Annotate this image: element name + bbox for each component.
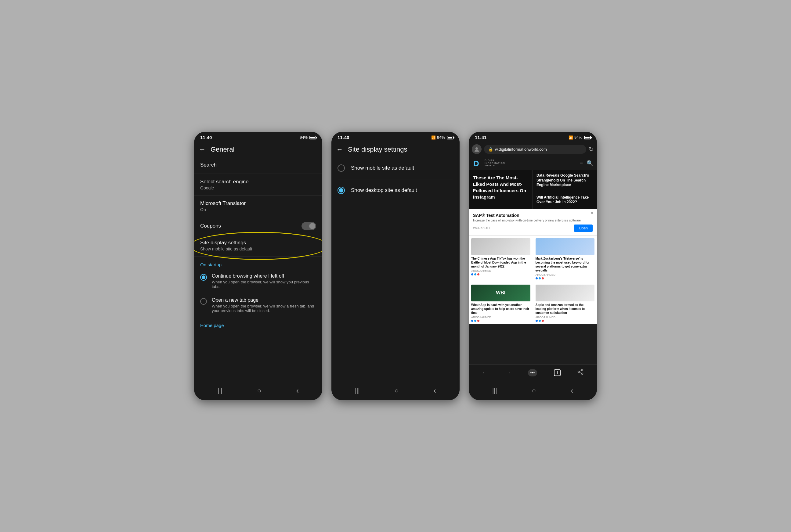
news-thumb-img-1 xyxy=(471,238,530,255)
settings-item-site-display[interactable]: Site display settings Show mobile site a… xyxy=(194,235,322,256)
ad-title: SAP® Test Automation xyxy=(473,213,592,218)
radio-mobile-site[interactable]: Show mobile site as default xyxy=(332,157,459,179)
radio-text-new-tab: Open a new tab page When you open the br… xyxy=(212,298,316,313)
browser-actions: ≡ 🔍 xyxy=(580,160,593,167)
dot-facebook-3 xyxy=(471,320,473,322)
settings-item-translator[interactable]: Microsoft Translator On xyxy=(194,195,322,217)
dot-twitter-3 xyxy=(474,320,476,322)
site-name-text: DIGITAL INFORMATION WORLD xyxy=(485,159,505,167)
status-bar-3: 11:41 📶 94% xyxy=(469,132,597,142)
news-thumb-3: WBI xyxy=(471,285,530,301)
nav-menu-1[interactable]: ||| xyxy=(218,387,223,394)
news-thumb-img-2 xyxy=(535,238,595,255)
back-button-1[interactable]: ← xyxy=(199,146,206,153)
dot-facebook-2 xyxy=(535,277,538,280)
svg-text:D: D xyxy=(473,159,479,168)
nav-back-2[interactable]: ‹ xyxy=(433,386,436,395)
browser-url-input[interactable]: 🔒 w.digitalinformationworld.com xyxy=(484,145,586,154)
radio-new-tab-subtitle: When you open the browser, we will show … xyxy=(212,304,316,313)
news-item-2[interactable]: Mark Zuckerberg's 'Metaverse' is becomin… xyxy=(533,236,597,282)
dot-other-4 xyxy=(542,320,544,322)
battery-percent-2: 94% xyxy=(437,135,445,140)
radio-btn-desktop[interactable] xyxy=(338,187,345,194)
dot-twitter-1 xyxy=(474,273,476,276)
radio-continue-title: Continue browsing where I left off xyxy=(212,273,316,279)
news-headline-1: The Chinese App TikTok has won the Battl… xyxy=(471,256,530,268)
news-item-4[interactable]: Apple and Amazon termed as the leading p… xyxy=(533,282,597,324)
status-bar-2: 11:40 📶 94% xyxy=(332,132,459,142)
nav-back-3[interactable]: ‹ xyxy=(571,386,573,395)
search-item-title: Search xyxy=(200,162,316,168)
nav-home-3[interactable]: ○ xyxy=(532,387,536,395)
radio-continue-browsing[interactable]: Continue browsing where I left off When … xyxy=(194,269,322,293)
screen2-title: Site display settings xyxy=(348,146,407,153)
news-meta-2: AROOJ AHMED xyxy=(535,273,595,277)
social-dots-2 xyxy=(535,277,595,280)
radio-new-tab-title: Open a new tab page xyxy=(212,298,316,303)
news-author-3: AROOJ AHMED xyxy=(471,316,491,319)
radio-desktop-site[interactable]: Show desktop site as default xyxy=(332,179,459,201)
ad-close-btn[interactable]: ✕ xyxy=(590,210,594,215)
browser-forward-btn[interactable]: → xyxy=(505,369,511,376)
hamburger-icon[interactable]: ≡ xyxy=(580,160,583,167)
search-icon[interactable]: 🔍 xyxy=(586,160,593,167)
home-page-link[interactable]: Home page xyxy=(194,317,322,330)
news-item-3[interactable]: WBI WhatsApp is back with yet another am… xyxy=(469,282,533,324)
coupons-toggle[interactable] xyxy=(302,222,316,230)
browser-avatar[interactable] xyxy=(472,144,482,154)
translator-title: Microsoft Translator xyxy=(200,201,316,207)
radio-label-desktop: Show desktop site as default xyxy=(351,187,417,193)
browser-back-btn[interactable]: ← xyxy=(482,369,488,376)
settings-list-1: Search Select search engine Google Micro… xyxy=(194,157,322,381)
status-icons-1: 94% xyxy=(300,135,316,140)
dot-other-1 xyxy=(477,273,479,276)
phone-3: 11:41 📶 94% 🔒 w.digitalinformationworld.… xyxy=(469,132,597,400)
translator-subtitle: On xyxy=(200,207,316,212)
right-article-1[interactable]: Data Reveals Google Search's Stranglehol… xyxy=(533,170,597,192)
status-time-1: 11:40 xyxy=(200,135,212,140)
nav-home-1[interactable]: ○ xyxy=(257,387,261,395)
svg-point-0 xyxy=(475,147,478,150)
news-thumb-4 xyxy=(535,285,595,301)
news-grid: The Chinese App TikTok has won the Battl… xyxy=(469,236,597,324)
signal-icon-3: 📶 xyxy=(568,135,573,140)
right-article-2[interactable]: Will Artificial Intelligence Take Over Y… xyxy=(533,192,597,209)
refresh-button[interactable]: ↻ xyxy=(589,146,594,153)
ad-banner: ✕ SAP® Test Automation Increase the pace… xyxy=(469,209,597,236)
settings-item-search-engine[interactable]: Select search engine Google xyxy=(194,174,322,195)
news-author-2: AROOJ AHMED xyxy=(535,273,556,277)
nav-back-1[interactable]: ‹ xyxy=(296,386,299,395)
status-time-3: 11:41 xyxy=(475,135,486,140)
right-article-2-headline: Will Artificial Intelligence Take Over Y… xyxy=(536,195,593,205)
news-headline-4: Apple and Amazon termed as the leading p… xyxy=(535,303,595,315)
main-article-left[interactable]: These Are The Most-Liked Posts And Most-… xyxy=(469,170,533,209)
settings-item-search[interactable]: Search xyxy=(194,157,322,174)
radio-btn-continue[interactable] xyxy=(200,274,207,281)
nav-menu-2[interactable]: ||| xyxy=(355,387,360,394)
circle-annotation xyxy=(194,232,322,260)
radio-new-tab[interactable]: Open a new tab page When you open the br… xyxy=(194,293,322,317)
ad-open-button[interactable]: Open xyxy=(574,225,592,232)
battery-icon-3 xyxy=(584,136,591,139)
browser-tabs-btn[interactable]: 1 xyxy=(554,369,561,376)
radio-btn-new-tab[interactable] xyxy=(200,298,207,305)
nav-menu-3[interactable]: ||| xyxy=(492,387,497,394)
news-thumb-1 xyxy=(471,238,530,255)
main-content-grid: These Are The Most-Liked Posts And Most-… xyxy=(469,170,597,209)
on-startup-header: On startup xyxy=(194,256,322,269)
radio-text-continue: Continue browsing where I left off When … xyxy=(212,273,316,289)
back-button-2[interactable]: ← xyxy=(336,146,343,153)
browser-menu-bar: D DIGITAL INFORMATION WORLD ≡ 🔍 xyxy=(469,156,597,170)
dot-facebook-4 xyxy=(535,320,538,322)
status-time-2: 11:40 xyxy=(338,135,349,140)
settings-item-coupons[interactable]: Coupons xyxy=(194,217,322,235)
news-item-1[interactable]: The Chinese App TikTok has won the Battl… xyxy=(469,236,533,282)
browser-url-bar: 🔒 w.digitalinformationworld.com ↻ xyxy=(469,142,597,156)
browser-more-btn[interactable]: ••• xyxy=(528,369,538,376)
screen2-header: ← Site display settings xyxy=(332,142,459,157)
news-meta-1: AROOJ AHMED xyxy=(471,269,530,272)
browser-share-btn[interactable] xyxy=(577,369,583,376)
nav-home-2[interactable]: ○ xyxy=(395,387,398,395)
news-meta-4: AROOJ AHMED xyxy=(535,316,595,319)
radio-btn-mobile[interactable] xyxy=(338,165,345,172)
